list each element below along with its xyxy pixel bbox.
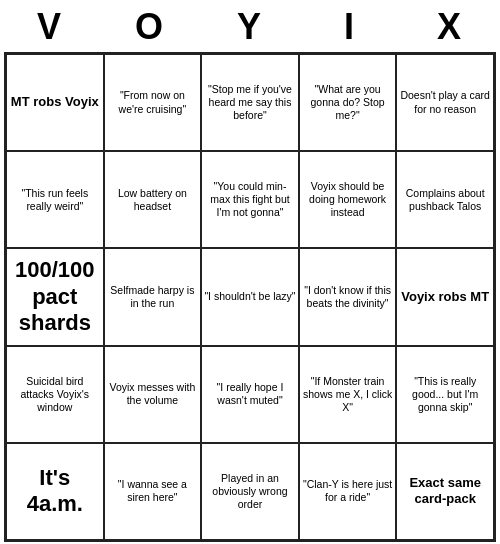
bingo-cell-4[interactable]: Doesn't play a card for no reason (396, 54, 494, 151)
bingo-cell-17[interactable]: "I really hope I wasn't muted" (201, 346, 299, 443)
bingo-cell-24[interactable]: Exact same card-pack (396, 443, 494, 540)
bingo-grid: MT robs Voyix"From now on we're cruising… (4, 52, 496, 542)
bingo-cell-8[interactable]: Voyix should be doing homework instead (299, 151, 397, 248)
bingo-cell-10[interactable]: 100/100 pact shards (6, 248, 104, 345)
bingo-cell-15[interactable]: Suicidal bird attacks Voyix's window (6, 346, 104, 443)
bingo-cell-16[interactable]: Voyix messes with the volume (104, 346, 202, 443)
bingo-cell-5[interactable]: "This run feels really weird" (6, 151, 104, 248)
title-letter-y: Y (200, 6, 300, 48)
bingo-cell-22[interactable]: Played in an obviously wrong order (201, 443, 299, 540)
bingo-cell-19[interactable]: "This is really good... but I'm gonna sk… (396, 346, 494, 443)
bingo-cell-20[interactable]: It's 4a.m. (6, 443, 104, 540)
title-letter-x: X (400, 6, 500, 48)
bingo-cell-11[interactable]: Selfmade harpy is in the run (104, 248, 202, 345)
bingo-cell-21[interactable]: "I wanna see a siren here" (104, 443, 202, 540)
bingo-cell-6[interactable]: Low battery on headset (104, 151, 202, 248)
bingo-cell-2[interactable]: "Stop me if you've heard me say this bef… (201, 54, 299, 151)
bingo-cell-3[interactable]: "What are you gonna do? Stop me?" (299, 54, 397, 151)
bingo-cell-7[interactable]: "You could min-max this fight but I'm no… (201, 151, 299, 248)
title-letter-o: O (100, 6, 200, 48)
bingo-cell-23[interactable]: "Clan-Y is here just for a ride" (299, 443, 397, 540)
bingo-cell-13[interactable]: "I don't know if this beats the divinity… (299, 248, 397, 345)
title-letter-v: V (0, 6, 100, 48)
bingo-cell-0[interactable]: MT robs Voyix (6, 54, 104, 151)
bingo-cell-1[interactable]: "From now on we're cruising" (104, 54, 202, 151)
bingo-cell-14[interactable]: Voyix robs MT (396, 248, 494, 345)
bingo-title: V O Y I X (0, 0, 500, 52)
bingo-cell-12[interactable]: "I shouldn't be lazy" (201, 248, 299, 345)
bingo-cell-9[interactable]: Complains about pushback Talos (396, 151, 494, 248)
bingo-cell-18[interactable]: "If Monster train shows me X, I click X" (299, 346, 397, 443)
title-letter-i: I (300, 6, 400, 48)
